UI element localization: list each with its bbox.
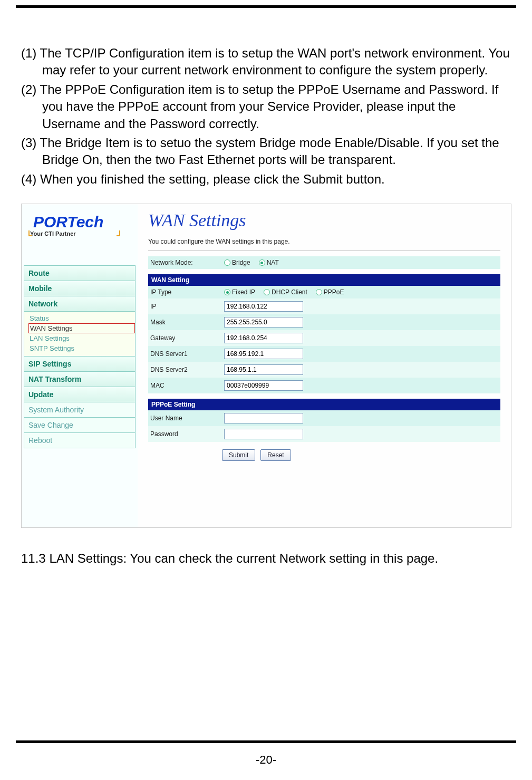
section-11-3: 11.3 LAN Settings: You can check the cur… xyxy=(21,549,511,568)
page-desc: You could configure the WAN settings in … xyxy=(148,238,500,245)
nav-sntp-settings[interactable]: SNTP Settings xyxy=(28,343,135,353)
radio-pppoe-label: PPPoE xyxy=(324,288,344,296)
radio-bridge-label: Bridge xyxy=(232,259,250,266)
nav-nat[interactable]: NAT Transform xyxy=(24,372,135,387)
dns2-label: DNS Server2 xyxy=(148,363,222,376)
logo: PORTech Your CTI Partner xyxy=(24,209,136,249)
dns1-input[interactable] xyxy=(224,349,303,359)
submit-button[interactable]: Submit xyxy=(222,449,255,461)
svg-text:PORTech: PORTech xyxy=(33,213,103,230)
nav-reboot[interactable]: Reboot xyxy=(24,433,135,448)
nav-mobile[interactable]: Mobile xyxy=(24,281,135,296)
ip-label: IP xyxy=(148,300,222,313)
gateway-input[interactable] xyxy=(224,333,303,343)
radio-nat[interactable]: NAT xyxy=(259,259,279,266)
svg-text:Your CTI Partner: Your CTI Partner xyxy=(30,230,76,237)
page-number: -20- xyxy=(0,753,532,767)
radio-dhcp-label: DHCP Client xyxy=(272,288,307,296)
instruction-3: (3) The Bridge Item is to setuo the syst… xyxy=(21,134,511,169)
radio-fixed-label: Fixed IP xyxy=(232,288,255,296)
pppoe-pass-input[interactable] xyxy=(224,429,303,439)
instruction-2: (2) The PPPoE Configuration item is to s… xyxy=(21,81,511,132)
iptype-label: IP Type xyxy=(148,286,222,298)
mask-label: Mask xyxy=(148,316,222,329)
nav-sysauth[interactable]: System Authority xyxy=(24,402,135,418)
nav-network-sub: Status WAN Settings LAN Settings SNTP Se… xyxy=(24,312,135,357)
pppoe-user-input[interactable] xyxy=(224,413,303,423)
radio-dhcp[interactable]: DHCP Client xyxy=(264,288,307,296)
network-mode-label: Network Mode: xyxy=(148,256,222,269)
instruction-1: (1) The TCP/IP Configuration item is to … xyxy=(21,45,511,79)
wan-setting-head: WAN Setting xyxy=(148,274,500,286)
radio-fixed-ip[interactable]: Fixed IP xyxy=(224,288,255,296)
dns1-label: DNS Server1 xyxy=(148,348,222,360)
nav-lan-settings[interactable]: LAN Settings xyxy=(28,333,135,343)
radio-icon xyxy=(264,289,270,295)
radio-nat-label: NAT xyxy=(267,259,279,266)
pppoe-pass-label: Password xyxy=(148,428,222,440)
pppoe-user-label: User Name xyxy=(148,412,222,425)
mask-input[interactable] xyxy=(224,317,303,328)
nav-sip[interactable]: SIP Settings xyxy=(24,357,135,372)
nav-status[interactable]: Status xyxy=(28,313,135,323)
dns2-input[interactable] xyxy=(224,364,303,375)
nav-update[interactable]: Update xyxy=(24,387,135,402)
mac-label: MAC xyxy=(148,379,222,392)
radio-pppoe[interactable]: PPPoE xyxy=(316,288,344,296)
radio-icon xyxy=(224,259,230,266)
radio-icon xyxy=(224,289,230,295)
mac-input[interactable] xyxy=(224,380,303,391)
page-title: WAN Settings xyxy=(148,210,500,230)
instruction-4: (4) When you finished the setting, pleas… xyxy=(21,171,511,188)
nav-wan-settings[interactable]: WAN Settings xyxy=(28,323,135,333)
reset-button[interactable]: Reset xyxy=(260,449,291,461)
radio-bridge[interactable]: Bridge xyxy=(224,259,250,266)
main-panel: WAN Settings You could configure the WAN… xyxy=(138,204,511,527)
radio-icon xyxy=(259,259,265,266)
nav: Route Mobile Network Status WAN Settings… xyxy=(24,265,136,448)
ip-input[interactable] xyxy=(224,301,303,312)
nav-network[interactable]: Network xyxy=(24,296,135,312)
nav-route[interactable]: Route xyxy=(24,266,135,281)
nav-savechange[interactable]: Save Change xyxy=(24,418,135,433)
wan-settings-screenshot: PORTech Your CTI Partner Route Mobile Ne… xyxy=(21,204,511,528)
gateway-label: Gateway xyxy=(148,332,222,344)
radio-icon xyxy=(316,289,322,295)
pppoe-setting-head: PPPoE Setting xyxy=(148,399,500,410)
sidebar: PORTech Your CTI Partner Route Mobile Ne… xyxy=(22,204,138,527)
